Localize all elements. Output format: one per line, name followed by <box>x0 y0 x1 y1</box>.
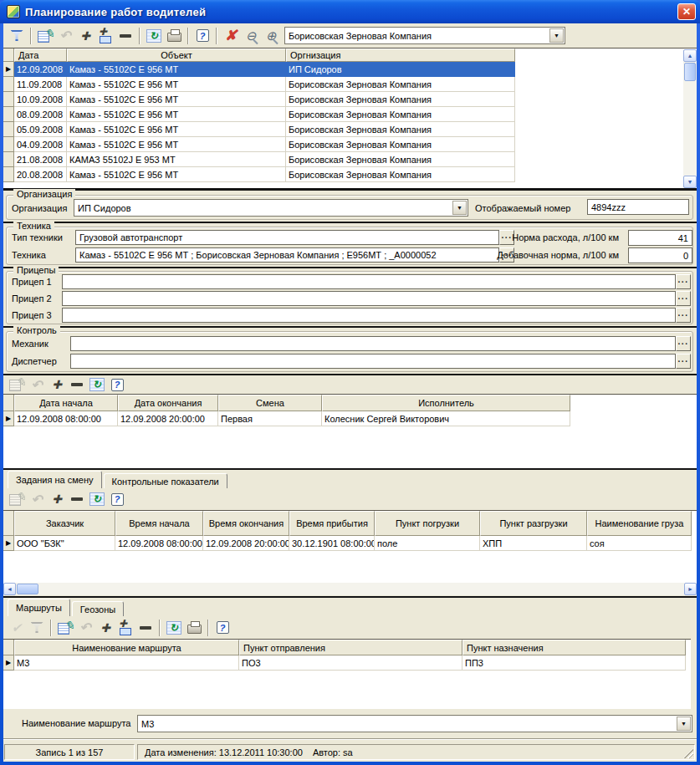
remove-button[interactable] <box>67 490 87 508</box>
add-copy-button[interactable] <box>95 27 115 45</box>
remove-button[interactable] <box>67 375 87 394</box>
trailer2-field[interactable] <box>62 291 676 306</box>
column-header-route-name[interactable]: Наименование маршрута <box>14 640 239 655</box>
table-row[interactable]: 21.08.2008 КАМАЗ 55102J Е 953 МТ Борисов… <box>3 152 697 167</box>
table-row[interactable]: 08.09.2008 Камаз - 55102С Е 956 МТ Борис… <box>3 107 697 122</box>
column-header-shift[interactable]: Смена <box>218 395 322 411</box>
table-row[interactable]: 20.08.2008 Камаз - 55102С Е 956 МТ Борис… <box>3 167 697 182</box>
confirm-button[interactable] <box>7 619 27 637</box>
ellipsis-button[interactable] <box>676 274 691 289</box>
tab-indicators[interactable]: Контрольные показатели <box>104 473 227 488</box>
scroll-right-icon[interactable]: ► <box>684 583 697 595</box>
ellipsis-button[interactable] <box>676 336 691 351</box>
ellipsis-button[interactable] <box>676 291 691 306</box>
add-button[interactable] <box>95 619 115 637</box>
zoom-out-button[interactable] <box>241 27 261 45</box>
table-row[interactable]: 12.09.2008 08:00:00 12.09.2008 20:00:00 … <box>3 411 697 426</box>
scrollbar-track[interactable] <box>683 82 697 176</box>
edit-button[interactable] <box>55 619 75 637</box>
refresh-button[interactable] <box>164 619 184 637</box>
help-button[interactable] <box>212 619 232 637</box>
route-name-combobox[interactable]: М3 <box>137 715 692 732</box>
column-header-load-point[interactable]: Пункт погрузки <box>375 511 480 536</box>
edit-button[interactable] <box>35 27 55 45</box>
scrollbar-thumb[interactable] <box>684 63 696 81</box>
table-row[interactable]: 05.09.2008 Камаз - 55102С Е 956 МТ Борис… <box>3 122 697 137</box>
splitter[interactable] <box>3 188 697 191</box>
undo-button[interactable] <box>27 375 47 394</box>
remove-button[interactable] <box>135 619 156 637</box>
add-button[interactable] <box>75 27 95 45</box>
table-row[interactable]: 11.09.2008 Камаз - 55102С Е 956 МТ Борис… <box>3 77 697 92</box>
splitter[interactable] <box>3 222 697 223</box>
scrollbar-thumb[interactable] <box>17 584 38 594</box>
chevron-down-icon[interactable] <box>549 28 564 43</box>
resize-grip[interactable] <box>683 748 693 758</box>
table-row[interactable]: 12.09.2008 Камаз - 55102С Е 956 МТ ИП Си… <box>3 62 697 77</box>
undo-button[interactable] <box>27 490 47 508</box>
chevron-down-icon[interactable] <box>677 717 691 731</box>
column-header-time-start[interactable]: Время начала <box>115 511 203 536</box>
add-button[interactable] <box>47 375 67 394</box>
table-row[interactable]: 10.09.2008 Камаз - 55102С Е 956 МТ Борис… <box>3 92 697 107</box>
column-header-cargo[interactable]: Наименование груза <box>587 511 692 536</box>
remove-button[interactable] <box>115 27 135 45</box>
ellipsis-button[interactable] <box>676 354 691 369</box>
column-header-org[interactable]: Оргнизация <box>286 48 515 62</box>
column-header-time-end[interactable]: Время окончания <box>203 511 289 536</box>
tech-field[interactable]: Камаз - 55102С Е 956 МТ ; Борисовская Зе… <box>75 247 499 263</box>
extra-rate-field[interactable]: 0 <box>628 247 692 263</box>
splitter[interactable] <box>3 468 697 470</box>
trailer3-field[interactable] <box>62 308 676 323</box>
edit-button[interactable] <box>7 375 27 394</box>
trailer1-field[interactable] <box>62 274 676 289</box>
column-header-destination[interactable]: Пункт назначения <box>462 640 686 655</box>
ellipsis-button[interactable] <box>676 308 691 323</box>
dispatcher-field[interactable] <box>70 354 676 369</box>
add-button[interactable] <box>47 490 67 508</box>
refresh-button[interactable] <box>87 375 107 394</box>
undo-button[interactable] <box>75 619 95 637</box>
scroll-up-icon[interactable]: ▲ <box>683 49 697 62</box>
mechanic-field[interactable] <box>70 336 676 351</box>
column-header-start[interactable]: Дата начала <box>14 395 118 411</box>
chevron-down-icon[interactable] <box>452 201 467 215</box>
tab-tasks[interactable]: Задания на смену <box>8 471 102 488</box>
horizontal-scrollbar[interactable]: ◄ ► <box>3 583 697 595</box>
column-header-executor[interactable]: Исполнитель <box>322 395 570 411</box>
zoom-in-button[interactable] <box>261 27 281 45</box>
scrollbar-track[interactable] <box>39 583 684 595</box>
help-button[interactable] <box>107 490 127 508</box>
table-row[interactable]: М3 ПО3 ПП3 <box>3 655 691 671</box>
print-button[interactable] <box>164 27 184 45</box>
edit-button[interactable] <box>7 490 27 508</box>
rate-field[interactable]: 41 <box>628 230 692 246</box>
undo-button[interactable] <box>55 27 75 45</box>
column-header-unload-point[interactable]: Пункт разгрузки <box>480 511 587 536</box>
print-button[interactable] <box>184 619 204 637</box>
splitter[interactable] <box>3 267 697 268</box>
column-header-date[interactable]: Дата <box>14 48 67 62</box>
delete-button[interactable] <box>221 27 241 45</box>
org-combobox[interactable]: ИП Сидоров <box>74 199 468 217</box>
help-button[interactable] <box>107 375 127 394</box>
company-combobox[interactable]: Борисовская Зерновая Компания <box>284 27 565 44</box>
splitter[interactable] <box>3 596 697 598</box>
scroll-left-icon[interactable]: ◄ <box>3 583 16 595</box>
column-header-end[interactable]: Дата окончания <box>118 395 218 411</box>
column-header-object[interactable]: Объект <box>67 48 286 62</box>
scroll-down-icon[interactable]: ▼ <box>683 176 697 188</box>
table-row[interactable]: ООО "БЗК" 12.09.2008 08:00:00 12.09.2008… <box>3 536 697 551</box>
close-button[interactable] <box>677 3 696 20</box>
column-header-departure[interactable]: Пункт отправления <box>239 640 462 655</box>
display-number-field[interactable]: 4894zzz <box>587 199 689 215</box>
tab-geozones[interactable]: Геозоны <box>72 601 124 616</box>
filter-button[interactable] <box>27 619 47 637</box>
refresh-button[interactable] <box>87 490 107 508</box>
filter-button[interactable] <box>7 27 27 45</box>
help-button[interactable] <box>192 27 212 45</box>
tech-type-field[interactable]: Грузовой автотранспорт <box>75 230 499 245</box>
splitter[interactable] <box>3 326 697 328</box>
column-header-time-arrival[interactable]: Время прибытия <box>289 511 375 536</box>
vertical-scrollbar[interactable]: ▲ ▼ <box>683 49 697 188</box>
